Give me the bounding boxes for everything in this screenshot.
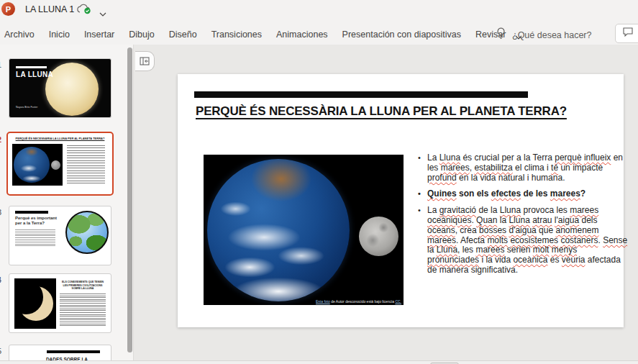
bullet-marker: • — [418, 153, 427, 183]
bullet-marker: • — [418, 206, 427, 276]
moon-photo — [45, 63, 99, 116]
cloud-saved-icon[interactable] — [76, 4, 92, 17]
bullet-2: • Quines son els efectes de les marees? — [418, 189, 628, 199]
bullet-2-text: Quines son els efectes de les marees? — [427, 189, 585, 199]
caption-text: de Autor desconocido está bajo licencia — [330, 299, 396, 304]
collapse-panel-button[interactable] — [135, 51, 155, 71]
thumb1-title: LA LLUNA — [16, 70, 53, 78]
slide-number-2: 2 — [0, 135, 6, 144]
lightbulb-icon — [496, 27, 506, 42]
slide-thumbnail-2[interactable]: PERQUÈ ÉS NECESSÀRIA LA LLUNA PER AL PLA… — [6, 132, 114, 196]
panel-collapse-left-icon — [140, 57, 150, 65]
status-bar — [0, 360, 638, 364]
crescent-moon-photo — [14, 278, 56, 329]
slide-thumbnail-panel: 1 LA LLUNA Nayara Brito Fuster 2 PERQUÈ … — [0, 45, 134, 360]
powerpoint-window: P LA LLUNA 1 Archivo Inicio Insertar Dib… — [0, 0, 638, 364]
slide-number-1: 1 — [0, 60, 6, 69]
thumb2-title: PERQUÈ ÉS NECESSÀRIA LA LLUNA PER AL PLA… — [12, 137, 109, 140]
tab-archivo[interactable]: Archivo — [2, 27, 37, 42]
slide-thumbnail-4[interactable]: ELS CONEIXEMENTS QUE TENIEN LES PRIMERES… — [9, 273, 111, 333]
tell-me-search[interactable]: ¿Qué desea hacer? — [496, 27, 592, 42]
slide-number-3: 3 — [0, 208, 6, 217]
tab-insertar[interactable]: Insertar — [82, 27, 117, 42]
crescent-shape — [19, 286, 53, 321]
tab-inicio[interactable]: Inicio — [47, 27, 72, 42]
comments-button[interactable] — [615, 24, 638, 43]
tab-diseno[interactable]: Diseño — [167, 27, 199, 42]
thumb4-title: ELS CONEIXEMENTS QUE TENIEN LES PRIMERES… — [60, 281, 106, 291]
bullet-1-text: La Lluna és crucial per a la Terra perqu… — [427, 153, 628, 183]
caption-link-1[interactable]: Esta foto — [316, 299, 330, 304]
ribbon-tab-bar: Archivo Inicio Insertar Dibujo Diseño Tr… — [2, 26, 522, 43]
slide-number-4: 4 — [0, 276, 6, 284]
comment-bubble-icon — [622, 27, 634, 40]
bullet-marker: • — [418, 189, 427, 199]
tab-transiciones[interactable]: Transiciones — [209, 27, 264, 42]
slide-title[interactable]: PERQUÈ ÉS NECESSÀRIA LA LLUNA PER AL PLA… — [196, 104, 588, 119]
bullet-1: • La Lluna és crucial per a la Terra per… — [418, 153, 628, 183]
slide-number-5: 5 — [0, 347, 6, 355]
image-caption: Esta foto de Autor desconocido está bajo… — [316, 299, 401, 304]
caption-link-2[interactable]: CC. — [395, 299, 401, 304]
thumb4-text-lines — [60, 294, 106, 326]
thumb2-earth-image — [12, 144, 63, 186]
tab-dibujo[interactable]: Dibujo — [127, 27, 156, 42]
bullet-3-text: La gravitació de la Lluna provoca les ma… — [427, 206, 628, 276]
tab-presentacion[interactable]: Presentación con diapositivas — [340, 27, 463, 42]
powerpoint-logo-icon[interactable]: P — [1, 2, 15, 16]
title-expand-chevron-icon[interactable] — [99, 6, 106, 19]
decor-line — [16, 66, 47, 68]
current-slide[interactable]: PERQUÈ ÉS NECESSÀRIA LA LLUNA PER AL PLA… — [178, 74, 624, 327]
slide-canvas: PERQUÈ ÉS NECESSÀRIA LA LLUNA PER AL PLA… — [134, 45, 638, 360]
slide-thumbnail-3[interactable]: Perquè es important per a la Terra? — [9, 206, 111, 265]
decor-bar — [15, 211, 48, 214]
bullet-3: • La gravitació de la Lluna provoca les … — [418, 206, 628, 276]
tell-me-placeholder: ¿Qué desea hacer? — [512, 30, 592, 40]
moon-photo — [359, 217, 398, 256]
thumbnails-scrollbar[interactable] — [127, 47, 132, 352]
earth-photo — [207, 159, 350, 301]
earth-mini — [14, 147, 50, 183]
cartoon-globe — [65, 211, 109, 254]
title-bar: P LA LLUNA 1 — [0, 0, 638, 20]
slide-thumbnail-1[interactable]: LA LLUNA Nayara Brito Fuster — [9, 58, 111, 118]
workspace: 1 LA LLUNA Nayara Brito Fuster 2 PERQUÈ … — [0, 45, 638, 364]
tab-animaciones[interactable]: Animaciones — [274, 27, 330, 42]
slide-top-bar[interactable] — [194, 91, 528, 98]
earth-moon-image[interactable]: Esta foto de Autor desconocido está bajo… — [204, 155, 404, 305]
slide-thumbnail-5[interactable]: DADES SOBRE LA — [9, 345, 111, 360]
slide-body-textbox[interactable]: • La Lluna és crucial per a la Terra per… — [418, 153, 628, 282]
moon-mini — [51, 160, 60, 170]
document-title[interactable]: LA LLUNA 1 — [25, 4, 74, 14]
thumb1-author: Nayara Brito Fuster — [16, 106, 37, 109]
thumb3-text-lines — [15, 229, 55, 247]
decor-bar — [47, 350, 100, 353]
thumb3-title: Perquè es important per a la Terra? — [15, 216, 61, 226]
thumb2-text-lines — [67, 145, 105, 185]
